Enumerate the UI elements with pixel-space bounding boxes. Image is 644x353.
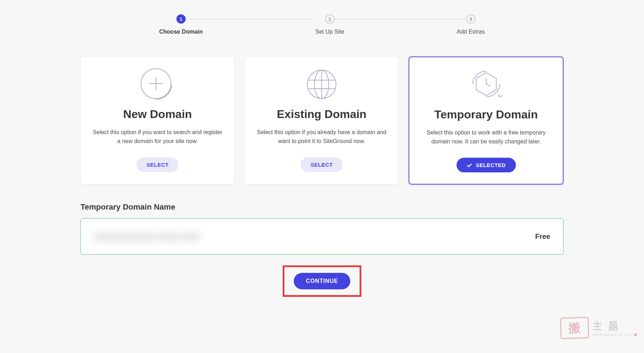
step-number: 3: [466, 14, 475, 24]
select-button[interactable]: SELECT: [136, 157, 179, 172]
progress-stepper: 1 Choose Domain 2 Set Up Site 3 Add Extr…: [80, 14, 564, 35]
step-number: 2: [325, 14, 335, 24]
domain-price: Free: [535, 232, 550, 241]
svg-line-10: [486, 84, 491, 86]
card-description: Select this option to work with a free t…: [419, 128, 553, 147]
generated-domain-name: xxxxxxxxxxx.xxxx.xxx: [94, 231, 200, 242]
card-description: Select this option if you already have a…: [255, 128, 389, 147]
card-description: Select this option if you want to search…: [91, 128, 224, 147]
step-label: Choose Domain: [159, 29, 203, 35]
card-temporary-domain[interactable]: Temporary Domain Select this option to w…: [409, 57, 564, 185]
select-button[interactable]: SELECT: [301, 157, 343, 172]
card-title: Temporary Domain: [419, 108, 553, 121]
button-label: SELECTED: [476, 162, 506, 168]
domain-name-box: xxxxxxxxxxx.xxxx.xxx Free: [80, 218, 564, 255]
step-number: 1: [176, 14, 186, 24]
step-label: Set Up Site: [315, 29, 344, 35]
card-title: Existing Domain: [255, 108, 389, 121]
continue-button[interactable]: CONTINUE: [294, 273, 350, 289]
continue-section: CONTINUE: [80, 265, 564, 297]
card-title: New Domain: [91, 108, 224, 121]
plus-circle-icon: [91, 68, 224, 100]
step-choose-domain[interactable]: 1 Choose Domain: [159, 14, 203, 35]
selected-button[interactable]: SELECTED: [457, 158, 516, 172]
step-connector: [333, 19, 470, 19]
section-title-temporary-domain-name: Temporary Domain Name: [80, 202, 564, 212]
card-existing-domain[interactable]: Existing Domain Select this option if yo…: [245, 57, 399, 185]
highlight-frame: CONTINUE: [283, 265, 361, 297]
domain-option-cards: New Domain Select this option if you wan…: [80, 57, 564, 185]
check-icon: [467, 162, 472, 168]
card-new-domain[interactable]: New Domain Select this option if you wan…: [80, 57, 235, 185]
step-set-up-site[interactable]: 2 Set Up Site: [315, 14, 344, 35]
step-add-extras[interactable]: 3 Add Extras: [457, 14, 485, 35]
step-label: Add Extras: [457, 29, 485, 35]
clock-refresh-icon: [419, 69, 553, 101]
globe-icon: [255, 68, 389, 100]
